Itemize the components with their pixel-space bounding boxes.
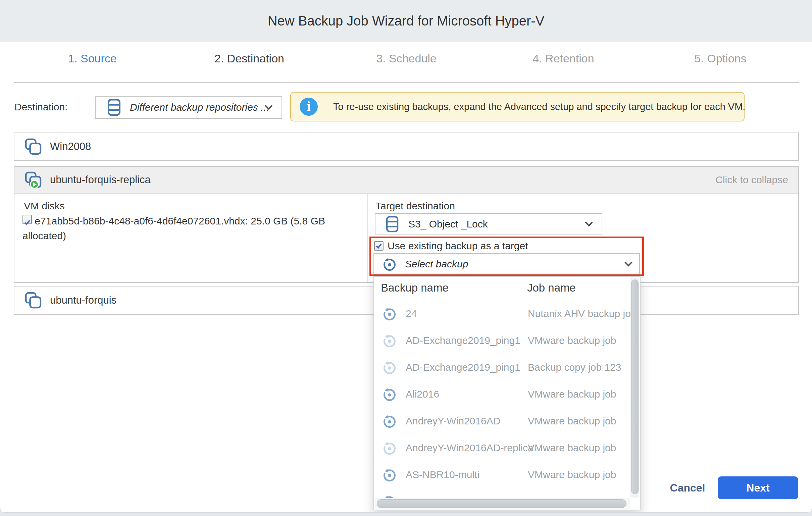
info-banner-text: To re-use existing backups, expand the A… bbox=[333, 101, 745, 112]
collapse-hint: Click to collapse bbox=[715, 174, 788, 185]
info-icon: i bbox=[300, 97, 318, 116]
check-icon bbox=[375, 242, 382, 250]
backup-dropdown-rows: 24 Nutanix AHV backup job AD-Exchange201… bbox=[374, 300, 631, 510]
backup-wizard-dialog: New Backup Job Wizard for Microsoft Hype… bbox=[0, 0, 812, 516]
backup-name-cell: AndreyY-Win2016AD bbox=[406, 408, 500, 434]
backup-dropdown-row[interactable]: AndreyY-Win2016AD-replica VMware backup … bbox=[374, 434, 631, 461]
backup-icon bbox=[381, 439, 398, 457]
tab-schedule[interactable]: 3. Schedule bbox=[328, 41, 485, 75]
destination-dropdown[interactable]: Different backup repositories ... bbox=[95, 96, 282, 119]
backup-dropdown-row[interactable]: AD-Exchange2019_ping1 Backup copy job 12… bbox=[374, 354, 631, 381]
chevron-down-icon bbox=[624, 261, 633, 267]
select-backup-value: Select backup bbox=[405, 258, 468, 270]
backup-name-cell: 24 bbox=[406, 300, 417, 327]
backup-dropdown-row[interactable]: AndreyY-Win2016AD VMware backup job bbox=[374, 408, 631, 434]
tab-retention[interactable]: 4. Retention bbox=[485, 41, 642, 75]
backup-icon bbox=[381, 332, 398, 349]
repository-icon bbox=[107, 98, 121, 116]
backup-icon bbox=[381, 255, 398, 273]
job-name-cell: VMware backup job bbox=[528, 461, 616, 488]
backup-dropdown-row[interactable]: AS-NBR10-multi VMware backup job bbox=[374, 461, 631, 488]
vm-row-win2008[interactable]: Win2008 bbox=[14, 133, 799, 161]
vm-disk-item: e71abb5d-b86b-4c48-a0f6-4d6f4e072601.vhd… bbox=[23, 214, 331, 243]
backup-dropdown-panel: Backup name Job name 24 Nutanix AHV back… bbox=[373, 276, 641, 510]
horizontal-scrollbar[interactable] bbox=[375, 498, 630, 509]
backup-icon bbox=[381, 385, 398, 403]
next-button[interactable]: Next bbox=[718, 477, 798, 499]
vm-icon bbox=[25, 138, 42, 155]
tab-source[interactable]: 1. Source bbox=[14, 41, 171, 75]
backup-name-cell: Ali2016 bbox=[406, 381, 439, 408]
column-backup-name: Backup name bbox=[381, 282, 448, 294]
backup-dropdown-row[interactable]: AD-Exchange2019_ping1 VMware backup job bbox=[374, 327, 631, 354]
column-job-name: Job name bbox=[527, 282, 576, 294]
horizontal-scrollbar-thumb[interactable] bbox=[377, 499, 627, 508]
vm-running-icon bbox=[25, 171, 42, 189]
select-backup-dropdown[interactable]: Select backup bbox=[373, 253, 640, 275]
chevron-down-icon bbox=[264, 105, 273, 110]
vm-row-ubuntu-forquis-replica[interactable]: ubuntu-forquis-replica Click to collapse bbox=[14, 167, 798, 194]
use-existing-checkbox[interactable] bbox=[374, 241, 383, 251]
play-badge-icon bbox=[30, 180, 39, 189]
job-name-cell: Backup copy job 123 bbox=[528, 354, 621, 381]
vm-name: Win2008 bbox=[50, 141, 91, 153]
repository-icon bbox=[385, 216, 399, 232]
job-name-cell: VMware backup job bbox=[528, 381, 616, 408]
target-repository-dropdown[interactable]: S3_ Object _Lock bbox=[375, 213, 602, 235]
wizard-header: New Backup Job Wizard for Microsoft Hype… bbox=[0, 0, 812, 41]
vertical-scrollbar-thumb[interactable] bbox=[631, 280, 639, 494]
job-name-cell: Nutanix AHV backup job bbox=[528, 300, 631, 327]
target-destination-label: Target destination bbox=[375, 200, 455, 212]
job-name-cell: VMware backup job bbox=[528, 327, 616, 354]
tab-destination[interactable]: 2. Destination bbox=[171, 41, 328, 75]
cancel-button[interactable]: Cancel bbox=[664, 477, 711, 499]
backup-icon bbox=[381, 466, 398, 484]
backup-icon bbox=[381, 359, 398, 376]
use-existing-label: Use existing backup as a target bbox=[387, 240, 528, 252]
vertical-scrollbar[interactable] bbox=[631, 278, 639, 497]
target-repository-value: S3_ Object _Lock bbox=[408, 219, 488, 230]
backup-dropdown-row[interactable]: Ali2016 VMware backup job bbox=[374, 381, 631, 408]
columns-divider bbox=[368, 194, 368, 282]
wizard-title: New Backup Job Wizard for Microsoft Hype… bbox=[0, 0, 812, 41]
vm-name: ubuntu-forquis bbox=[50, 294, 116, 306]
tab-options[interactable]: 5. Options bbox=[642, 41, 799, 75]
wizard-steps: 1. Source 2. Destination 3. Schedule 4. … bbox=[14, 41, 799, 75]
backup-icon bbox=[381, 412, 398, 430]
tabs-divider bbox=[14, 82, 799, 83]
backup-dropdown-header: Backup name Job name bbox=[374, 277, 640, 300]
chevron-down-icon bbox=[584, 222, 593, 227]
vm-name: ubuntu-forquis-replica bbox=[50, 174, 151, 186]
backup-dropdown-row[interactable]: 24 Nutanix AHV backup job bbox=[374, 300, 631, 327]
backup-icon bbox=[381, 305, 398, 322]
wizard-window: New Backup Job Wizard for Microsoft Hype… bbox=[0, 0, 812, 513]
backup-name-cell: AD-Exchange2019_ping1 bbox=[406, 327, 520, 354]
use-existing-backup-option: Use existing backup as a target bbox=[374, 239, 528, 253]
info-banner: i To re-use existing backups, expand the… bbox=[290, 92, 745, 121]
destination-label: Destination: bbox=[14, 96, 67, 118]
vm-icon bbox=[25, 291, 42, 309]
check-icon bbox=[24, 219, 31, 226]
backup-name-cell: AS-NBR10-multi bbox=[406, 461, 480, 488]
backup-name-cell: AD-Exchange2019_ping1 bbox=[406, 354, 520, 381]
job-name-cell: VMware backup job bbox=[528, 434, 616, 461]
job-name-cell: VMware backup job bbox=[528, 408, 616, 434]
vm-disks-label: VM disks bbox=[24, 200, 65, 212]
destination-dropdown-value: Different backup repositories ... bbox=[130, 102, 269, 113]
backup-name-cell: AndreyY-Win2016AD-replica bbox=[406, 434, 533, 461]
disk-checkbox[interactable] bbox=[23, 215, 32, 224]
disk-label: e71abb5d-b86b-4c48-a0f6-4d6f4e072601.vhd… bbox=[23, 216, 325, 241]
